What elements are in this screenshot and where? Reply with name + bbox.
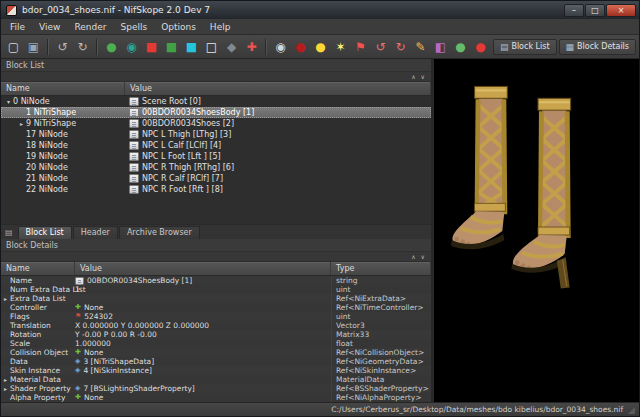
collapse-up-icon[interactable]: ∧ <box>411 254 415 260</box>
detail-row[interactable]: Flags⚑524302uint <box>1 312 431 321</box>
toolbar: ▢▣↺↻●◉■■■□◆✚◉●●✶⚑↺↻✎◧●● ▤Block List▦Bloc… <box>1 35 639 59</box>
detail-row[interactable]: Num Extra Data List1uint <box>1 285 431 294</box>
detail-row[interactable]: TranslationX 0.000000 Y 0.000000 Z 0.000… <box>1 321 431 330</box>
column-header-name[interactable]: Name <box>1 82 125 95</box>
camera-icon[interactable]: ● <box>291 37 310 56</box>
block-value: 00BDOR0034ShoesBody [1] <box>142 108 254 117</box>
menu-spells[interactable]: Spells <box>113 21 154 33</box>
cyan-cube-icon[interactable]: ■ <box>182 37 201 56</box>
menu-file[interactable]: File <box>3 21 32 33</box>
vertex-sphere-icon[interactable]: ● <box>102 37 121 56</box>
save-file-icon[interactable]: ▣ <box>24 37 43 56</box>
prism-icon[interactable]: ◆ <box>222 37 241 56</box>
reload-icon[interactable]: ↻ <box>73 37 92 56</box>
render-viewport[interactable] <box>434 59 639 402</box>
titlebar[interactable]: bdor_0034_shoes.nif - NifSkope 2.0 Dev 7… <box>1 1 639 19</box>
wire-cube-icon[interactable]: □ <box>202 37 221 56</box>
field-value-cell[interactable]: Y -0.00 P 0.00 R -0.00 <box>75 330 331 339</box>
block-list-row[interactable]: 18 NiNodeNPC L Calf [LClf] [4] <box>1 140 431 151</box>
detail-row[interactable]: ▸Material DataMaterialData <box>1 375 431 384</box>
tab-header[interactable]: Header <box>73 226 118 239</box>
highlight-icon[interactable]: ● <box>311 37 330 56</box>
detail-row[interactable]: ▸Shader Property◈7 [BSLightingShaderProp… <box>1 384 431 393</box>
block-details-table[interactable]: Name00BDOR0034ShoesBody [1]stringNum Ext… <box>1 276 431 402</box>
green-cube-icon[interactable]: ■ <box>162 37 181 56</box>
load-file-icon[interactable]: ▢ <box>4 37 23 56</box>
maximize-button[interactable]: □ <box>585 4 605 17</box>
field-value: 524302 <box>84 312 113 321</box>
block-list-row[interactable]: 22 NiNodeNPC R Foot [Rft ] [8] <box>1 184 431 195</box>
detail-row[interactable]: Scale1.000000float <box>1 339 431 348</box>
toolbar-button-block-details[interactable]: ▦Block Details <box>559 39 636 55</box>
field-value-cell[interactable]: 00BDOR0034ShoesBody [1] <box>75 276 331 285</box>
block-list-tree[interactable]: ▾0 NiNodeScene Root [0]1 NiTriShape00BDO… <box>1 96 431 224</box>
expand-arrow-icon[interactable]: ▸ <box>1 295 10 302</box>
expand-arrow-icon[interactable]: ▸ <box>17 120 26 127</box>
field-value-cell[interactable]: ⚑524302 <box>75 312 331 321</box>
detail-row[interactable]: Collision Object✚NoneRef<NiCollisionObje… <box>1 348 431 357</box>
minimize-button[interactable]: – <box>564 4 584 17</box>
field-value-cell[interactable]: ◈3 [NiTriShapeData] <box>75 357 331 366</box>
collapse-down-icon[interactable]: ∨ <box>421 254 425 260</box>
resize-grip-icon[interactable]: ◢ <box>628 405 635 415</box>
collapse-down-icon[interactable]: ∨ <box>421 74 425 80</box>
field-value-cell[interactable]: X 0.000000 Y 0.000000 Z 0.000000 <box>75 321 331 330</box>
tab-archive-browser[interactable]: Archive Browser <box>119 226 200 239</box>
field-value-cell[interactable] <box>75 375 331 384</box>
textures-flag-icon[interactable]: ⚑ <box>351 37 370 56</box>
expand-arrow-icon[interactable]: ▸ <box>1 376 10 383</box>
menu-view[interactable]: View <box>32 21 67 33</box>
panel-stack-icon[interactable]: ▤ <box>5 228 13 237</box>
block-list-row[interactable]: ▾0 NiNodeScene Root [0] <box>1 96 431 107</box>
menu-render[interactable]: Render <box>67 21 113 33</box>
pin-icon[interactable]: ● <box>471 37 490 56</box>
column-header-value[interactable]: Value <box>75 262 331 275</box>
field-value-cell[interactable]: ✚None <box>75 348 331 357</box>
field-value-cell[interactable]: ✚None <box>75 393 331 402</box>
lighting-bulb-icon[interactable]: ✶ <box>331 37 350 56</box>
field-value-cell[interactable]: ✚None <box>75 303 331 312</box>
close-button[interactable]: × <box>606 4 636 17</box>
show-nodes-eye-icon[interactable]: ◉ <box>271 37 290 56</box>
palette-icon[interactable]: ◧ <box>431 37 450 56</box>
field-value-cell[interactable]: 1 <box>75 285 331 294</box>
expand-arrow-icon[interactable]: ▸ <box>1 385 10 392</box>
vertex-select-icon[interactable]: ◉ <box>122 37 141 56</box>
undo-icon[interactable]: ↺ <box>371 37 390 56</box>
collapse-up-icon[interactable]: ∧ <box>411 74 415 80</box>
block-list-panel-header[interactable]: Block List <box>1 59 431 72</box>
block-list-row[interactable]: 21 NiNodeNPC R Calf [RClf] [7] <box>1 173 431 184</box>
field-value-cell[interactable] <box>75 294 331 303</box>
reset-icon[interactable]: ↺ <box>53 37 72 56</box>
block-name-cell: 17 NiNode <box>1 129 125 140</box>
block-list-row[interactable]: 17 NiNodeNPC L Thigh [LThg] [3] <box>1 129 431 140</box>
field-value-cell[interactable]: ◈4 [NiSkinInstance] <box>75 366 331 375</box>
column-header-value[interactable]: Value <box>125 82 431 95</box>
menu-help[interactable]: Help <box>203 21 238 33</box>
edit-pencil-icon[interactable]: ✎ <box>411 37 430 56</box>
redo-icon[interactable]: ↻ <box>391 37 410 56</box>
world-icon[interactable]: ● <box>451 37 470 56</box>
menu-options[interactable]: Options <box>154 21 203 33</box>
block-list-row[interactable]: 19 NiNodeNPC L Foot [Lft ] [5] <box>1 151 431 162</box>
field-value-cell[interactable]: 1.000000 <box>75 339 331 348</box>
detail-row[interactable]: Skin Instance◈4 [NiSkinInstance]Ref<NiSk… <box>1 366 431 375</box>
field-value-cell[interactable]: ◈7 [BSLightingShaderProperty] <box>75 384 331 393</box>
red-cube-icon[interactable]: ■ <box>142 37 161 56</box>
detail-row[interactable]: Alpha Property✚NoneRef<NiAlphaProperty> <box>1 393 431 402</box>
detail-row[interactable]: Data◈3 [NiTriShapeData]Ref<NiGeometryDat… <box>1 357 431 366</box>
block-list-row[interactable]: ▸9 NiTriShape00BDOR0034Shoes [2] <box>1 118 431 129</box>
detail-row[interactable]: ▸Extra Data ListRef<NiExtraData> <box>1 294 431 303</box>
tab-block-list[interactable]: Block List <box>18 226 72 239</box>
column-header-name[interactable]: Name <box>1 262 75 275</box>
toolbar-button-block-list[interactable]: ▤Block List <box>493 39 557 55</box>
detail-row[interactable]: Controller✚NoneRef<NiTimeController> <box>1 303 431 312</box>
expand-arrow-icon[interactable]: ▾ <box>4 98 13 105</box>
block-list-row[interactable]: 1 NiTriShape00BDOR0034ShoesBody [1] <box>1 107 431 118</box>
axes-icon[interactable]: ✚ <box>242 37 261 56</box>
column-header-type[interactable]: Type <box>331 262 431 275</box>
detail-row[interactable]: Name00BDOR0034ShoesBody [1]string <box>1 276 431 285</box>
block-list-row[interactable]: 20 NiNodeNPC R Thigh [RThg] [6] <box>1 162 431 173</box>
detail-row[interactable]: RotationY -0.00 P 0.00 R -0.00Matrix33 <box>1 330 431 339</box>
block-details-panel-header[interactable]: Block Details <box>1 239 431 252</box>
